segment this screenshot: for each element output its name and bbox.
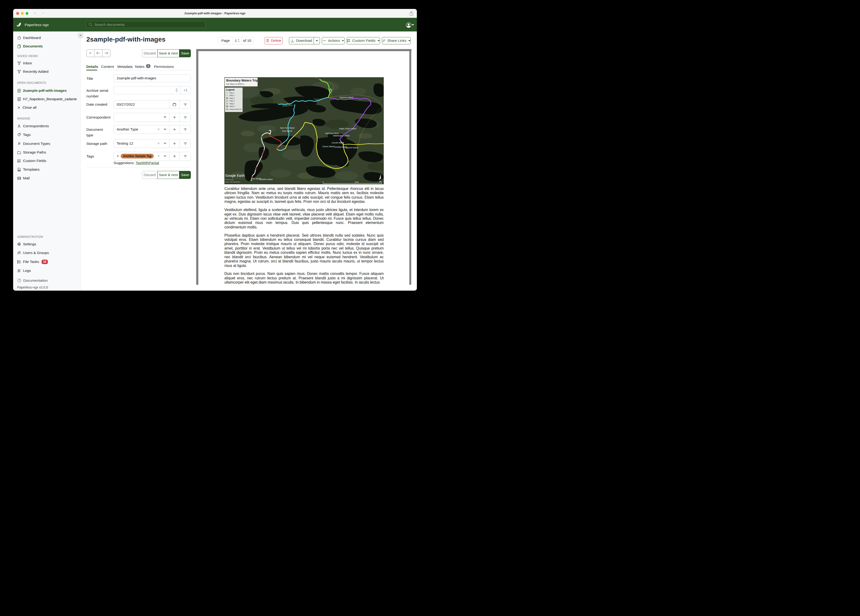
svg-text:Day 3: Day 3 xyxy=(229,97,234,99)
svg-text:Text: Text xyxy=(301,141,307,145)
svg-text:Image © 2017 DigitalGlobe: Image © 2017 DigitalGlobe xyxy=(225,181,240,183)
svg-text:Day 4: Day 4 xyxy=(229,100,234,102)
svg-text:N: N xyxy=(379,180,381,183)
svg-text:3 mi: 3 mi xyxy=(355,181,358,183)
svg-text:Indian Grave Island: Indian Grave Island xyxy=(339,127,356,130)
svg-text:Half Dog Island: Half Dog Island xyxy=(325,132,339,135)
svg-text:Washington Island: Washington Island xyxy=(333,135,350,137)
svg-text:Six days in BWCA: Six days in BWCA xyxy=(226,82,245,85)
svg-text:Lincoln Island: Lincoln Island xyxy=(332,141,344,144)
svg-text:Legend: Legend xyxy=(226,88,234,91)
svg-text:Boundary Waters Trip: Boundary Waters Trip xyxy=(226,79,258,82)
svg-text:Charlies Island: Charlies Island xyxy=(259,178,272,181)
svg-text:Google Earth: Google Earth xyxy=(225,174,245,178)
svg-text:Entry Point 24: Entry Point 24 xyxy=(229,108,242,110)
svg-text:Canoe Island: Canoe Island xyxy=(322,145,334,148)
svg-text:Day 1: Day 1 xyxy=(229,91,234,94)
svg-text:New York Island: New York Island xyxy=(280,127,294,129)
svg-text:Day 5: Day 5 xyxy=(229,102,234,104)
svg-text:Day 2: Day 2 xyxy=(229,94,234,96)
svg-text:© 2017 Google: © 2017 Google xyxy=(225,179,234,180)
svg-text:Hausons Island: Hausons Island xyxy=(339,96,353,99)
svg-text:Gary Island: Gary Island xyxy=(282,130,292,132)
svg-text:Day 6: Day 6 xyxy=(229,105,234,107)
svg-text:Squirrel Island: Squirrel Island xyxy=(345,146,358,149)
